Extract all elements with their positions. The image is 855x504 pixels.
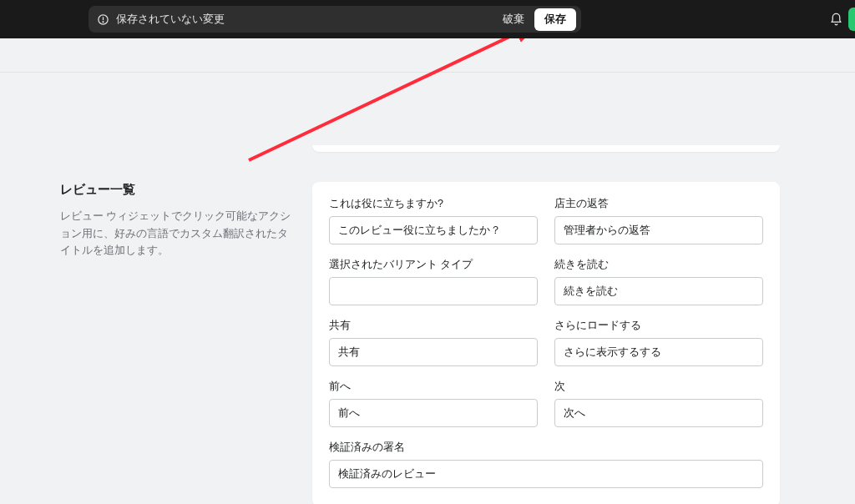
field-verified-signature: 検証済みの署名 [329,441,763,488]
field-share: 共有 [329,319,538,366]
field-label: 共有 [329,319,538,333]
share-input[interactable] [329,338,538,366]
svg-point-2 [103,21,104,22]
alert-icon [97,13,109,26]
verified-signature-input[interactable] [329,460,763,488]
field-label: 選択されたバリアント タイプ [329,258,538,272]
field-label: 店主の返答 [554,197,763,211]
unsaved-message: 保存されていない変更 [116,13,494,27]
topbar-right [829,13,843,27]
section-title: レビュー一覧 [60,182,296,198]
svg-line-3 [249,38,538,160]
field-label: 前へ [329,380,538,394]
section-side: レビュー一覧 レビュー ウィジェットでクリック可能なアクション用に、好みの言語で… [60,182,296,504]
field-variant-type: 選択されたバリアント タイプ [329,258,538,305]
page-body: レビュー一覧 レビュー ウィジェットでクリック可能なアクション用に、好みの言語で… [0,38,855,504]
variant-type-input[interactable] [329,277,538,305]
field-prev: 前へ [329,380,538,427]
field-label: 続きを読む [554,258,763,272]
bell-icon[interactable] [829,13,843,27]
field-label: 次 [554,380,763,394]
review-list-card: これは役に立ちますか? 店主の返答 選択されたバリアント タイプ 続きを読む 共… [312,182,780,504]
next-input[interactable] [554,399,763,427]
field-label: さらにロードする [554,319,763,333]
field-helpful: これは役に立ちますか? [329,197,538,244]
field-read-more: 続きを読む [554,258,763,305]
avatar[interactable] [848,8,855,31]
section-description: レビュー ウィジェットでクリック可能なアクション用に、好みの言語でカスタム翻訳さ… [60,208,296,260]
prev-input[interactable] [329,399,538,427]
read-more-input[interactable] [554,277,763,305]
helpful-input[interactable] [329,216,538,244]
section-review-list: レビュー一覧 レビュー ウィジェットでクリック可能なアクション用に、好みの言語で… [60,182,780,504]
load-more-input[interactable] [554,338,763,366]
divider [0,72,855,73]
owner-reply-input[interactable] [554,216,763,244]
field-next: 次 [554,380,763,427]
unsaved-changes-bar: 保存されていない変更 破棄 保存 [89,6,581,33]
save-button[interactable]: 保存 [534,8,576,31]
field-owner-reply: 店主の返答 [554,197,763,244]
field-label: これは役に立ちますか? [329,197,538,211]
discard-button[interactable]: 破棄 [494,8,533,31]
field-label: 検証済みの署名 [329,441,763,455]
field-load-more: さらにロードする [554,319,763,366]
top-bar: 保存されていない変更 破棄 保存 [0,0,855,38]
previous-card-edge [312,145,780,152]
